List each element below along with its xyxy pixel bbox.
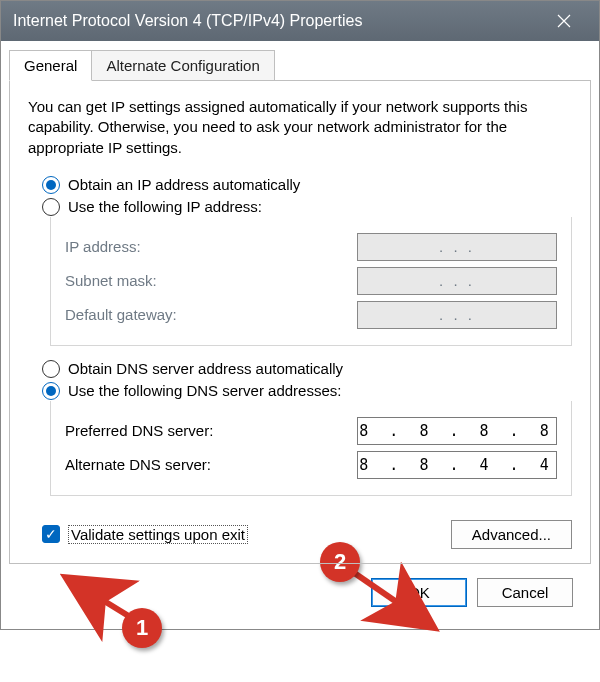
cancel-button[interactable]: Cancel	[477, 578, 573, 607]
subnet-mask-input: . . .	[357, 267, 557, 295]
tab-general[interactable]: General	[9, 50, 92, 81]
radio-label: Use the following DNS server addresses:	[68, 382, 341, 399]
row-default-gateway: Default gateway: . . .	[65, 301, 557, 329]
default-gateway-input: . . .	[357, 301, 557, 329]
checkbox-label: Validate settings upon exit	[68, 525, 248, 544]
advanced-button[interactable]: Advanced...	[451, 520, 572, 549]
close-icon[interactable]	[541, 1, 587, 41]
radio-label: Obtain DNS server address automatically	[68, 360, 343, 377]
tab-alternate-configuration[interactable]: Alternate Configuration	[92, 50, 274, 81]
radio-icon	[42, 198, 60, 216]
checkbox-icon	[42, 525, 60, 543]
client-area: General Alternate Configuration You can …	[1, 41, 599, 629]
field-label: Subnet mask:	[65, 272, 157, 289]
radio-label: Use the following IP address:	[68, 198, 262, 215]
radio-icon	[42, 382, 60, 400]
radio-use-following-ip[interactable]: Use the following IP address:	[42, 198, 572, 216]
radio-use-following-dns[interactable]: Use the following DNS server addresses:	[42, 382, 572, 400]
field-label: Default gateway:	[65, 306, 177, 323]
radio-icon	[42, 360, 60, 378]
ok-button[interactable]: OK	[371, 578, 467, 607]
dialog-title: Internet Protocol Version 4 (TCP/IPv4) P…	[13, 12, 541, 30]
validate-checkbox[interactable]: Validate settings upon exit	[42, 525, 451, 544]
row-subnet-mask: Subnet mask: . . .	[65, 267, 557, 295]
alternate-dns-input[interactable]: 8 . 8 . 4 . 4	[357, 451, 557, 479]
field-label: Preferred DNS server:	[65, 422, 213, 439]
dialog-footer: OK Cancel	[9, 564, 591, 617]
field-label: Alternate DNS server:	[65, 456, 211, 473]
ip-fields-group: IP address: . . . Subnet mask: . . . Def…	[50, 217, 572, 346]
radio-label: Obtain an IP address automatically	[68, 176, 300, 193]
dns-fields-group: Preferred DNS server: 8 . 8 . 8 . 8 Alte…	[50, 401, 572, 496]
radio-icon	[42, 176, 60, 194]
preferred-dns-input[interactable]: 8 . 8 . 8 . 8	[357, 417, 557, 445]
row-alternate-dns: Alternate DNS server: 8 . 8 . 4 . 4	[65, 451, 557, 479]
field-label: IP address:	[65, 238, 141, 255]
radio-obtain-dns-auto[interactable]: Obtain DNS server address automatically	[42, 360, 572, 378]
tabs: General Alternate Configuration	[9, 50, 591, 81]
radio-obtain-ip-auto[interactable]: Obtain an IP address automatically	[42, 176, 572, 194]
dialog-window: Internet Protocol Version 4 (TCP/IPv4) P…	[0, 0, 600, 630]
intro-text: You can get IP settings assigned automat…	[28, 97, 572, 158]
tab-panel-general: You can get IP settings assigned automat…	[9, 80, 591, 564]
ip-address-input: . . .	[357, 233, 557, 261]
bottom-row: Validate settings upon exit Advanced...	[28, 520, 572, 549]
row-preferred-dns: Preferred DNS server: 8 . 8 . 8 . 8	[65, 417, 557, 445]
row-ip-address: IP address: . . .	[65, 233, 557, 261]
titlebar: Internet Protocol Version 4 (TCP/IPv4) P…	[1, 1, 599, 41]
